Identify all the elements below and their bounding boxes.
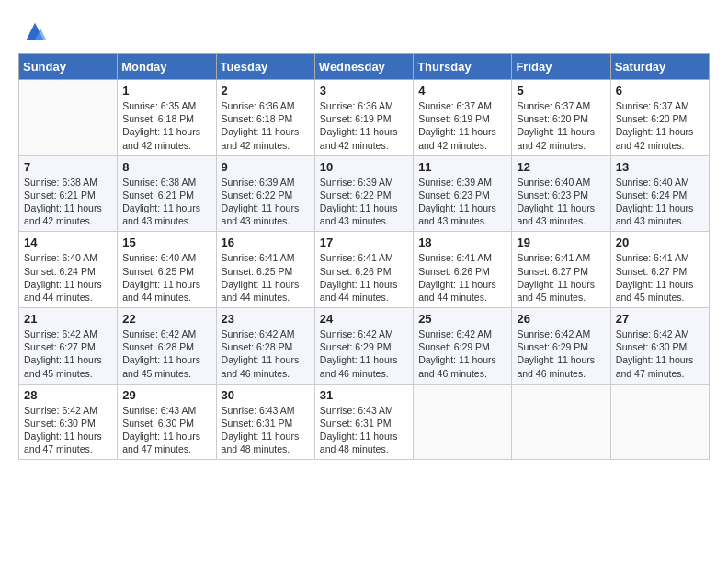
day-number: 24 [320, 312, 408, 326]
calendar-cell [19, 80, 118, 156]
calendar-cell: 25Sunrise: 6:42 AM Sunset: 6:29 PM Dayli… [414, 308, 512, 385]
day-number: 3 [320, 84, 408, 98]
day-details: Sunrise: 6:42 AM Sunset: 6:29 PM Dayligh… [320, 327, 408, 380]
weekday-header-cell: Sunday [19, 54, 118, 80]
day-details: Sunrise: 6:42 AM Sunset: 6:28 PM Dayligh… [222, 327, 310, 380]
day-details: Sunrise: 6:39 AM Sunset: 6:23 PM Dayligh… [418, 176, 506, 228]
day-number: 14 [24, 236, 112, 249]
logo-text [18, 18, 48, 44]
day-number: 13 [616, 160, 704, 174]
day-details: Sunrise: 6:35 AM Sunset: 6:18 PM Dayligh… [122, 99, 210, 152]
calendar-cell: 21Sunrise: 6:42 AM Sunset: 6:27 PM Dayli… [19, 308, 118, 385]
day-details: Sunrise: 6:41 AM Sunset: 6:27 PM Dayligh… [616, 251, 704, 304]
day-details: Sunrise: 6:41 AM Sunset: 6:26 PM Dayligh… [320, 251, 408, 304]
calendar-cell: 31Sunrise: 6:43 AM Sunset: 6:31 PM Dayli… [314, 384, 413, 460]
day-details: Sunrise: 6:41 AM Sunset: 6:26 PM Dayligh… [418, 251, 506, 304]
calendar-cell: 29Sunrise: 6:43 AM Sunset: 6:30 PM Dayli… [118, 384, 216, 460]
day-details: Sunrise: 6:37 AM Sunset: 6:20 PM Dayligh… [616, 99, 704, 152]
day-number: 29 [122, 388, 210, 402]
calendar-week-row: 28Sunrise: 6:42 AM Sunset: 6:30 PM Dayli… [19, 384, 710, 460]
calendar-week-row: 21Sunrise: 6:42 AM Sunset: 6:27 PM Dayli… [19, 308, 710, 385]
calendar-cell: 9Sunrise: 6:39 AM Sunset: 6:22 PM Daylig… [216, 155, 314, 232]
calendar-cell: 30Sunrise: 6:43 AM Sunset: 6:31 PM Dayli… [216, 384, 314, 460]
calendar-cell: 16Sunrise: 6:41 AM Sunset: 6:25 PM Dayli… [216, 232, 314, 308]
calendar-cell: 1Sunrise: 6:35 AM Sunset: 6:18 PM Daylig… [118, 80, 216, 156]
day-number: 15 [122, 236, 210, 249]
day-details: Sunrise: 6:40 AM Sunset: 6:23 PM Dayligh… [517, 176, 605, 228]
calendar-cell: 27Sunrise: 6:42 AM Sunset: 6:30 PM Dayli… [610, 308, 709, 385]
day-number: 17 [320, 236, 408, 249]
day-details: Sunrise: 6:37 AM Sunset: 6:20 PM Dayligh… [517, 99, 605, 152]
calendar-cell [414, 384, 512, 460]
page-header [18, 18, 710, 44]
calendar-cell: 26Sunrise: 6:42 AM Sunset: 6:29 PM Dayli… [512, 308, 610, 385]
day-details: Sunrise: 6:40 AM Sunset: 6:24 PM Dayligh… [24, 251, 112, 304]
day-details: Sunrise: 6:41 AM Sunset: 6:25 PM Dayligh… [222, 251, 310, 304]
calendar-cell: 3Sunrise: 6:36 AM Sunset: 6:19 PM Daylig… [314, 80, 413, 156]
day-details: Sunrise: 6:36 AM Sunset: 6:18 PM Dayligh… [222, 99, 310, 152]
day-details: Sunrise: 6:42 AM Sunset: 6:30 PM Dayligh… [616, 327, 704, 380]
day-details: Sunrise: 6:42 AM Sunset: 6:29 PM Dayligh… [418, 327, 506, 380]
day-number: 4 [418, 84, 506, 98]
day-number: 6 [616, 84, 704, 98]
calendar-cell: 5Sunrise: 6:37 AM Sunset: 6:20 PM Daylig… [512, 80, 610, 156]
day-number: 1 [122, 84, 210, 98]
weekday-header-row: SundayMondayTuesdayWednesdayThursdayFrid… [19, 54, 710, 80]
day-number: 22 [122, 312, 210, 326]
day-number: 10 [320, 160, 408, 174]
day-details: Sunrise: 6:39 AM Sunset: 6:22 PM Dayligh… [222, 176, 310, 228]
day-number: 23 [222, 312, 310, 326]
day-details: Sunrise: 6:43 AM Sunset: 6:31 PM Dayligh… [320, 404, 408, 456]
calendar-cell: 6Sunrise: 6:37 AM Sunset: 6:20 PM Daylig… [610, 80, 709, 156]
calendar-cell: 20Sunrise: 6:41 AM Sunset: 6:27 PM Dayli… [610, 232, 709, 308]
day-number: 9 [222, 160, 310, 174]
calendar-cell: 10Sunrise: 6:39 AM Sunset: 6:22 PM Dayli… [314, 155, 413, 232]
day-details: Sunrise: 6:40 AM Sunset: 6:25 PM Dayligh… [122, 251, 210, 304]
day-details: Sunrise: 6:41 AM Sunset: 6:27 PM Dayligh… [517, 251, 605, 304]
calendar-table: SundayMondayTuesdayWednesdayThursdayFrid… [18, 53, 710, 460]
calendar-cell: 17Sunrise: 6:41 AM Sunset: 6:26 PM Dayli… [314, 232, 413, 308]
day-number: 27 [616, 312, 704, 326]
day-details: Sunrise: 6:43 AM Sunset: 6:31 PM Dayligh… [222, 404, 310, 456]
logo [18, 18, 48, 44]
calendar-cell: 23Sunrise: 6:42 AM Sunset: 6:28 PM Dayli… [216, 308, 314, 385]
day-details: Sunrise: 6:42 AM Sunset: 6:28 PM Dayligh… [122, 327, 210, 380]
calendar-cell: 22Sunrise: 6:42 AM Sunset: 6:28 PM Dayli… [118, 308, 216, 385]
day-number: 18 [418, 236, 506, 249]
day-number: 2 [222, 84, 310, 98]
day-number: 11 [418, 160, 506, 174]
day-number: 7 [24, 160, 112, 174]
day-details: Sunrise: 6:37 AM Sunset: 6:19 PM Dayligh… [418, 99, 506, 152]
weekday-header-cell: Monday [118, 54, 216, 80]
calendar-week-row: 14Sunrise: 6:40 AM Sunset: 6:24 PM Dayli… [19, 232, 710, 308]
calendar-cell: 8Sunrise: 6:38 AM Sunset: 6:21 PM Daylig… [118, 155, 216, 232]
day-number: 21 [24, 312, 112, 326]
calendar-week-row: 7Sunrise: 6:38 AM Sunset: 6:21 PM Daylig… [19, 155, 710, 232]
day-number: 26 [517, 312, 605, 326]
day-details: Sunrise: 6:38 AM Sunset: 6:21 PM Dayligh… [24, 176, 112, 228]
calendar-cell: 19Sunrise: 6:41 AM Sunset: 6:27 PM Dayli… [512, 232, 610, 308]
calendar-cell: 28Sunrise: 6:42 AM Sunset: 6:30 PM Dayli… [19, 384, 118, 460]
calendar-cell: 14Sunrise: 6:40 AM Sunset: 6:24 PM Dayli… [19, 232, 118, 308]
calendar-cell [512, 384, 610, 460]
weekday-header-cell: Thursday [414, 54, 512, 80]
day-details: Sunrise: 6:43 AM Sunset: 6:30 PM Dayligh… [122, 404, 210, 456]
calendar-cell [610, 384, 709, 460]
day-number: 31 [320, 388, 408, 402]
calendar-cell: 11Sunrise: 6:39 AM Sunset: 6:23 PM Dayli… [414, 155, 512, 232]
calendar-cell: 13Sunrise: 6:40 AM Sunset: 6:24 PM Dayli… [610, 155, 709, 232]
day-details: Sunrise: 6:38 AM Sunset: 6:21 PM Dayligh… [122, 176, 210, 228]
day-number: 20 [616, 236, 704, 249]
calendar-cell: 7Sunrise: 6:38 AM Sunset: 6:21 PM Daylig… [19, 155, 118, 232]
day-details: Sunrise: 6:42 AM Sunset: 6:27 PM Dayligh… [24, 327, 112, 380]
weekday-header-cell: Wednesday [314, 54, 413, 80]
day-details: Sunrise: 6:42 AM Sunset: 6:30 PM Dayligh… [24, 404, 112, 456]
calendar-cell: 4Sunrise: 6:37 AM Sunset: 6:19 PM Daylig… [414, 80, 512, 156]
calendar-week-row: 1Sunrise: 6:35 AM Sunset: 6:18 PM Daylig… [19, 80, 710, 156]
day-number: 25 [418, 312, 506, 326]
logo-icon [22, 18, 48, 44]
day-number: 16 [222, 236, 310, 249]
weekday-header-cell: Friday [512, 54, 610, 80]
day-number: 19 [517, 236, 605, 249]
day-number: 8 [122, 160, 210, 174]
